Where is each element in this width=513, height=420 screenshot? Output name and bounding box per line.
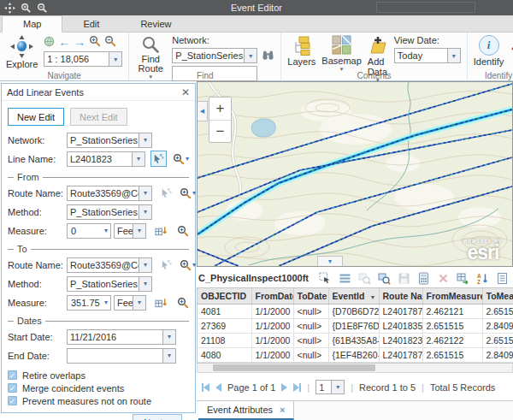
calculator-icon[interactable]: [417, 272, 430, 285]
explore-button[interactable]: Explore: [6, 35, 38, 69]
report-icon[interactable]: [496, 272, 509, 285]
switch-table-icon[interactable]: [457, 272, 469, 285]
chevron-down-icon: ▾: [139, 277, 151, 291]
attribute-table-area: C_PhysicalInspect1000ft AZ OBJECTIDFromD…: [197, 269, 513, 420]
identify-button[interactable]: i Identify: [474, 35, 504, 67]
zoom-out-icon[interactable]: [36, 2, 48, 14]
table-row[interactable]: 40801/1/2000<null>{1EF4B260-F0L24017872.…: [198, 347, 513, 362]
from-route-dropdown[interactable]: Route33569@Cent ▾: [67, 186, 152, 201]
zoom-to-to-route-button[interactable]: ▾: [180, 259, 196, 271]
zoom-out-tool-icon[interactable]: [104, 35, 116, 49]
svg-text:A: A: [477, 272, 481, 278]
column-header[interactable]: FromDate: [251, 288, 293, 304]
select-from-route-button[interactable]: [157, 185, 174, 201]
ribbon-group-contents: Layers Basemap ▾ Add Data ▾: [280, 33, 467, 80]
chevron-down-icon: ▾: [244, 49, 256, 62]
select-line-on-map-button[interactable]: [150, 151, 167, 167]
back-icon[interactable]: ←: [58, 37, 70, 47]
table-cell: 21108: [198, 333, 251, 347]
to-method-dropdown[interactable]: P_StationSeries ▾: [67, 276, 152, 292]
pick-from-measure-button[interactable]: [153, 222, 169, 239]
select-records-icon[interactable]: [319, 272, 332, 285]
chevron-down-icon: ▾: [139, 258, 151, 272]
scrollbar-thumb[interactable]: [213, 364, 375, 371]
identify-route-icon[interactable]: [510, 38, 513, 53]
zoom-in-tool-icon[interactable]: [89, 35, 101, 49]
basemap-button[interactable]: Basemap ▾: [321, 35, 361, 71]
tab-event-attributes[interactable]: Event Attributes ×: [198, 401, 294, 420]
chevron-down-icon: ▾: [101, 227, 108, 234]
zoom-to-selection-icon[interactable]: [358, 272, 371, 285]
checkbox[interactable]: ✓: [8, 396, 17, 405]
view-date-dropdown[interactable]: Today ▾: [394, 48, 461, 63]
table-list-icon[interactable]: [339, 272, 351, 285]
tab-review[interactable]: Review: [120, 16, 192, 32]
checkbox[interactable]: ✓: [8, 383, 17, 393]
select-arrow-icon: [152, 153, 164, 165]
from-method-dropdown[interactable]: P_StationSeries ▾: [67, 204, 152, 220]
record-range-text: Record 1 to 5: [359, 382, 416, 393]
previous-page-button[interactable]: [215, 383, 221, 392]
end-date-dropdown[interactable]: ▾: [67, 348, 176, 364]
zoom-to-to-measure-button[interactable]: [177, 297, 189, 309]
delete-icon[interactable]: [437, 272, 450, 285]
from-measure-combo[interactable]: 0 ▾: [67, 223, 111, 239]
next-button[interactable]: Next >: [133, 414, 182, 420]
column-header[interactable]: ToMeasure: [482, 288, 513, 304]
table-body: 40811/1/2000<null>{D70B6D72-3L24017872.4…: [198, 304, 513, 362]
start-date-dropdown[interactable]: 11/21/2016 ▾: [67, 329, 176, 345]
close-icon[interactable]: ×: [280, 405, 285, 415]
binoculars-icon[interactable]: [262, 50, 274, 62]
zoom-to-from-route-button[interactable]: ▾: [180, 187, 196, 199]
zoom-to-line-button[interactable]: ▾: [173, 153, 189, 165]
zoom-in-icon[interactable]: [20, 2, 32, 14]
new-edit-button[interactable]: New Edit: [8, 108, 64, 126]
layers-button[interactable]: Layers: [287, 35, 315, 67]
column-header[interactable]: ToDate: [293, 288, 328, 304]
close-icon[interactable]: ✕: [181, 86, 190, 98]
first-page-button[interactable]: [202, 383, 209, 392]
table-cell: 2.651515: [482, 304, 513, 318]
ribbon-network-dropdown[interactable]: P_StationSeries ▾: [172, 48, 257, 63]
line-name-dropdown[interactable]: L2401823 ▾: [67, 151, 145, 167]
sort-icon[interactable]: AZ: [476, 272, 489, 285]
horizontal-scrollbar[interactable]: [197, 364, 513, 373]
column-header[interactable]: FromMeasure: [422, 288, 482, 304]
ribbon-group-identify: i Identify Identify: [467, 33, 513, 80]
network-dropdown[interactable]: P_StationSeries ▾: [67, 133, 152, 148]
column-header[interactable]: OBJECTID: [198, 288, 251, 304]
select-to-route-button[interactable]: [157, 257, 174, 273]
map-zoom-out-button[interactable]: −: [209, 120, 231, 142]
save-icon[interactable]: [398, 272, 410, 285]
map-view[interactable]: + − ◀ ▼ POWERED BY esri: [197, 81, 513, 267]
map-zoom-control: + −: [209, 97, 232, 143]
table-row[interactable]: 211081/1/2000<null>{61B435A8-32L24018232…: [198, 333, 513, 347]
table-row[interactable]: 40811/1/2000<null>{D70B6D72-3L24017872.4…: [198, 304, 513, 318]
zoom-to-all-icon[interactable]: [378, 272, 391, 285]
from-unit-dropdown[interactable]: Feet ▾: [114, 223, 146, 239]
column-header[interactable]: Route Name: [379, 288, 422, 304]
to-measure-combo[interactable]: 351.75 ▾: [67, 295, 111, 311]
chevron-down-icon: ▾: [132, 152, 144, 166]
to-route-dropdown[interactable]: Route33569@Cent ▾: [67, 257, 152, 273]
zoom-to-from-measure-button[interactable]: [177, 225, 189, 237]
to-unit-dropdown[interactable]: Feet ▾: [114, 295, 146, 311]
last-page-button[interactable]: [293, 383, 301, 392]
column-header[interactable]: EventId▼: [328, 288, 379, 304]
tab-map[interactable]: Map: [2, 15, 62, 33]
full-extent-icon[interactable]: [44, 36, 55, 49]
table-cell: 4080: [198, 347, 251, 362]
chevron-down-icon: ▾: [101, 299, 108, 306]
scale-dropdown[interactable]: 1 : 18,056 ▾: [44, 51, 122, 67]
pick-to-measure-button[interactable]: [153, 294, 169, 311]
map-zoom-in-button[interactable]: +: [209, 98, 231, 120]
tab-edit[interactable]: Edit: [62, 16, 120, 32]
next-page-button[interactable]: [281, 383, 287, 392]
collapse-table-button[interactable]: ▼: [317, 256, 343, 266]
pan-icon[interactable]: [3, 2, 15, 14]
forward-icon[interactable]: →: [74, 37, 86, 47]
page-select-dropdown[interactable]: 1 ▾: [315, 380, 345, 394]
checkbox[interactable]: ✓: [8, 370, 17, 380]
collapse-panel-left-button[interactable]: ◀: [198, 101, 208, 121]
table-row[interactable]: 273691/1/2000<null>{D1E8F76D-FL24018352.…: [198, 318, 513, 333]
